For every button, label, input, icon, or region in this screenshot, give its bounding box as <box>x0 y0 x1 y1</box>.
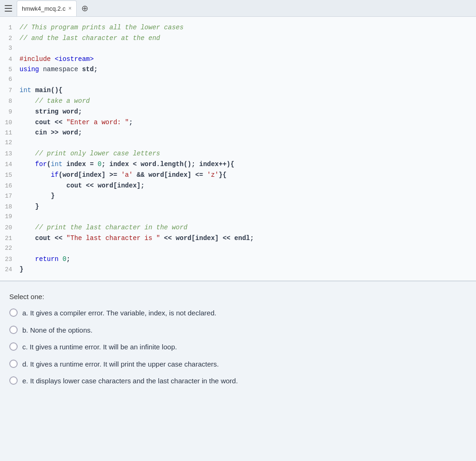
line-number: 8 <box>0 97 20 107</box>
line-number: 4 <box>0 55 20 65</box>
file-tab[interactable]: hmwk4_mcq.2.c × <box>17 0 77 16</box>
code-line: 23 return 0; <box>0 254 476 265</box>
svg-rect-1 <box>5 8 12 9</box>
line-content: cin >> word; <box>20 127 476 138</box>
mcq-option[interactable]: a. It gives a compiler error. The variab… <box>9 308 467 319</box>
line-number: 12 <box>0 138 20 148</box>
code-line: 16 cout << word[index]; <box>0 180 476 191</box>
option-text: d. It gives a runtime error. It will pri… <box>22 359 219 370</box>
sidebar-toggle-icon[interactable] <box>0 0 17 17</box>
code-line: 7int main(){ <box>0 85 476 96</box>
mcq-option[interactable]: e. It displays lower case characters and… <box>9 376 467 387</box>
line-number: 10 <box>0 118 20 128</box>
line-number: 6 <box>0 75 20 85</box>
code-line: 13 // print only lower case letters <box>0 148 476 159</box>
line-content: using namespace std; <box>20 64 476 74</box>
line-content: // and the last character at the end <box>20 33 476 43</box>
code-line: 9 string word; <box>0 107 476 117</box>
new-tab-button[interactable]: ⊕ <box>79 2 92 15</box>
line-number: 17 <box>0 192 20 201</box>
code-line: 21 cout << "The last character is " << w… <box>0 233 476 244</box>
line-content: #include <iostream> <box>20 54 476 64</box>
code-line: 14 for(int index = 0; index < word.lengt… <box>0 159 476 170</box>
code-line: 17 } <box>0 191 476 201</box>
svg-rect-0 <box>5 5 12 6</box>
code-line: 1// This program prints all the lower ca… <box>0 22 476 33</box>
code-line: 6 <box>0 75 476 85</box>
radio-button[interactable] <box>9 308 18 317</box>
option-text: e. It displays lower case characters and… <box>22 376 238 387</box>
line-number: 16 <box>0 181 20 191</box>
mcq-area: Select one: a. It gives a compiler error… <box>0 281 476 402</box>
radio-button[interactable] <box>9 376 18 385</box>
code-line: 5using namespace std; <box>0 64 476 75</box>
line-number: 19 <box>0 212 20 222</box>
code-line: 3 <box>0 44 476 54</box>
code-line: 4#include <iostream> <box>0 54 476 65</box>
radio-button[interactable] <box>9 360 18 368</box>
line-number: 18 <box>0 202 20 212</box>
line-content: } <box>20 264 476 274</box>
line-content: cout << word[index]; <box>20 180 476 191</box>
tab-label: hmwk4_mcq.2.c <box>22 5 66 12</box>
line-number: 11 <box>0 128 20 138</box>
line-content: return 0; <box>20 254 476 264</box>
line-content: // This program prints all the lower cas… <box>20 22 476 33</box>
line-number: 20 <box>0 223 20 233</box>
line-content: } <box>20 191 476 201</box>
select-one-label: Select one: <box>9 293 467 301</box>
options-container: a. It gives a compiler error. The variab… <box>9 308 467 387</box>
line-number: 23 <box>0 255 20 265</box>
option-text: a. It gives a compiler error. The variab… <box>22 308 216 319</box>
code-line: 8 // take a word <box>0 96 476 107</box>
code-line: 24} <box>0 264 476 275</box>
mcq-option[interactable]: d. It gives a runtime error. It will pri… <box>9 359 467 370</box>
line-content: string word; <box>20 107 476 117</box>
line-content: cout << "Enter a word: "; <box>20 117 476 127</box>
line-content: cout << "The last character is " << word… <box>20 233 476 243</box>
code-editor: 1// This program prints all the lower ca… <box>0 17 476 281</box>
radio-button[interactable] <box>9 342 18 351</box>
option-text: c. It gives a runtime error. It will be … <box>22 342 177 353</box>
tab-close-icon[interactable]: × <box>68 5 72 12</box>
option-text: b. None of the options. <box>22 325 93 336</box>
line-content: // print only lower case letters <box>20 148 476 159</box>
line-number: 14 <box>0 160 20 170</box>
mcq-option[interactable]: c. It gives a runtime error. It will be … <box>9 342 467 353</box>
code-line: 12 <box>0 138 476 148</box>
radio-button[interactable] <box>9 326 18 334</box>
line-number: 22 <box>0 244 20 254</box>
code-line: 22 <box>0 244 476 254</box>
code-line: 18 } <box>0 201 476 212</box>
code-line: 20 // print the last character in the wo… <box>0 222 476 233</box>
mcq-option[interactable]: b. None of the options. <box>9 325 467 336</box>
line-content: // take a word <box>20 96 476 106</box>
line-number: 15 <box>0 171 20 180</box>
line-number: 13 <box>0 149 20 159</box>
line-number: 9 <box>0 107 20 117</box>
code-line: 15 if(word[index] >= 'a' && word[index] … <box>0 170 476 180</box>
line-number: 5 <box>0 65 20 75</box>
line-content: for(int index = 0; index < word.length()… <box>20 159 476 169</box>
tab-bar: hmwk4_mcq.2.c × ⊕ <box>0 0 476 17</box>
line-number: 7 <box>0 86 20 96</box>
line-number: 2 <box>0 34 20 44</box>
line-number: 3 <box>0 44 20 53</box>
code-line: 19 <box>0 212 476 222</box>
line-number: 21 <box>0 234 20 244</box>
svg-rect-2 <box>5 11 12 12</box>
line-content: if(word[index] >= 'a' && word[index] <= … <box>20 170 476 180</box>
code-line: 2// and the last character at the end <box>0 33 476 44</box>
line-content: } <box>20 201 476 212</box>
line-content: int main(){ <box>20 85 476 95</box>
line-number: 24 <box>0 265 20 275</box>
code-line: 11 cin >> word; <box>0 127 476 138</box>
line-number: 1 <box>0 23 20 33</box>
code-line: 10 cout << "Enter a word: "; <box>0 117 476 128</box>
line-content: // print the last character in the word <box>20 222 476 233</box>
